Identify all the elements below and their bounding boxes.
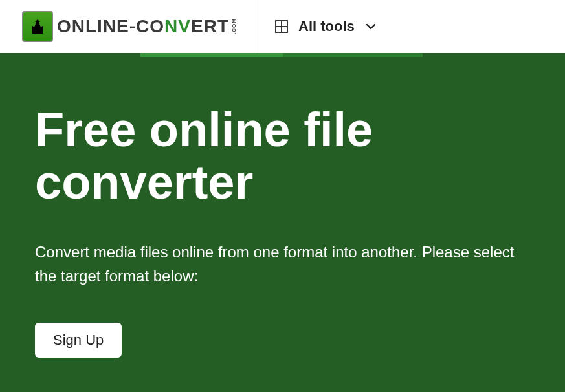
brand-part-co: CO xyxy=(136,16,164,37)
tab-strip-hint xyxy=(0,53,565,57)
sign-up-button[interactable]: Sign Up xyxy=(35,323,122,358)
brand-logo[interactable]: ONLINE - CO N V ERT .COM xyxy=(0,0,237,52)
hero-subtext: Convert media files online from one form… xyxy=(35,240,527,288)
brand-part-online: ONLINE xyxy=(57,16,129,37)
all-tools-menu[interactable]: All tools xyxy=(254,0,397,52)
logo-icon xyxy=(22,11,53,42)
hero-headline: Free online file converter xyxy=(35,103,530,209)
header: ONLINE - CO N V ERT .COM All tools xyxy=(0,0,565,53)
brand-part-v: V xyxy=(178,16,191,37)
brand-part-com: .COM xyxy=(231,18,237,34)
grid-icon xyxy=(275,20,288,33)
brand-part-dash: - xyxy=(129,16,136,37)
brand-part-ert: ERT xyxy=(191,16,229,37)
brand-part-n: N xyxy=(164,16,178,37)
hero-section: Free online file converter Convert media… xyxy=(0,53,565,392)
brand-wordmark: ONLINE - CO N V ERT .COM xyxy=(57,16,237,37)
chevron-down-icon xyxy=(365,21,377,32)
all-tools-label: All tools xyxy=(298,18,355,35)
